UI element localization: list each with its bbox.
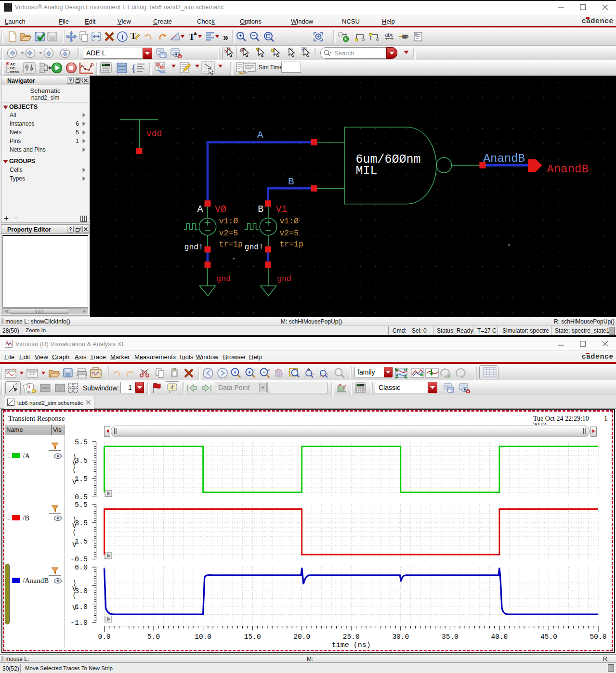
svg-text:(: ( [72, 466, 76, 474]
svg-text:gnd!: gnd! [184, 243, 204, 252]
svg-text:AnandB: AnandB [547, 163, 589, 176]
svg-text:V: V [72, 479, 77, 486]
svg-text:(: ( [72, 529, 76, 536]
svg-text:25.0: 25.0 [343, 633, 360, 641]
svg-text:-0.5: -0.5 [70, 556, 88, 564]
svg-text:V: V [72, 604, 77, 612]
svg-text:time (ns): time (ns) [332, 641, 371, 649]
svg-text:5.0: 5.0 [147, 633, 160, 641]
svg-text:v2=5: v2=5 [279, 229, 299, 238]
svg-text:-1.0: -1.0 [70, 619, 88, 627]
svg-text:abc: abc [385, 32, 393, 38]
svg-text:B: B [258, 204, 263, 215]
svg-text:20.0: 20.0 [293, 633, 310, 641]
svg-text:45.0: 45.0 [540, 633, 557, 641]
svg-text:3.5: 3.5 [75, 519, 88, 528]
svg-text:5.5: 5.5 [75, 439, 88, 447]
svg-text:v1:Ø: v1:Ø [279, 217, 299, 226]
svg-text:A: A [197, 204, 203, 215]
svg-text:10.0: 10.0 [195, 633, 211, 641]
svg-text:tr=1p: tr=1p [279, 240, 303, 249]
svg-text:A: A [257, 129, 263, 141]
svg-text:T: T [131, 31, 136, 41]
svg-text:gnd: gnd [277, 274, 291, 284]
svg-text:v1:Ø: v1:Ø [219, 217, 238, 226]
svg-text:3.5: 3.5 [75, 457, 88, 465]
svg-text:gnd: gnd [216, 274, 231, 284]
svg-text:0.0: 0.0 [98, 633, 110, 641]
svg-text:35.0: 35.0 [442, 633, 459, 641]
svg-text:3.0: 3.0 [75, 587, 88, 595]
svg-text:tr=1p: tr=1p [219, 240, 243, 249]
svg-text:2: 2 [253, 368, 256, 372]
svg-text:B: B [288, 176, 294, 187]
svg-text:-0.5: -0.5 [70, 493, 88, 502]
svg-text:gnd!: gnd! [245, 243, 264, 252]
svg-text:(: ( [72, 592, 76, 599]
svg-text:15.0: 15.0 [244, 633, 261, 641]
svg-text:1.5: 1.5 [75, 538, 88, 546]
svg-text:6.0: 6.0 [75, 564, 88, 572]
svg-text:40.0: 40.0 [491, 633, 508, 641]
svg-text:30.0: 30.0 [392, 633, 409, 641]
svg-text:v2=5: v2=5 [219, 229, 238, 238]
svg-text:{: { [131, 62, 136, 74]
svg-text:vdd: vdd [146, 129, 162, 139]
svg-text:AnandB: AnandB [484, 152, 525, 165]
svg-text:2: 2 [268, 368, 270, 372]
svg-text:T: T [189, 32, 195, 42]
svg-text:V: V [72, 541, 77, 549]
svg-text:5.5: 5.5 [75, 501, 88, 509]
svg-text:1.0: 1.0 [75, 603, 88, 611]
svg-text:1.5: 1.5 [75, 475, 88, 483]
svg-text:i: i [121, 33, 123, 41]
svg-text:MIL: MIL [356, 164, 378, 178]
svg-text:Trans: Trans [9, 70, 19, 74]
svg-text:VØ: VØ [215, 204, 226, 215]
svg-text:50.0: 50.0 [590, 633, 607, 641]
svg-text:V1: V1 [275, 204, 287, 215]
